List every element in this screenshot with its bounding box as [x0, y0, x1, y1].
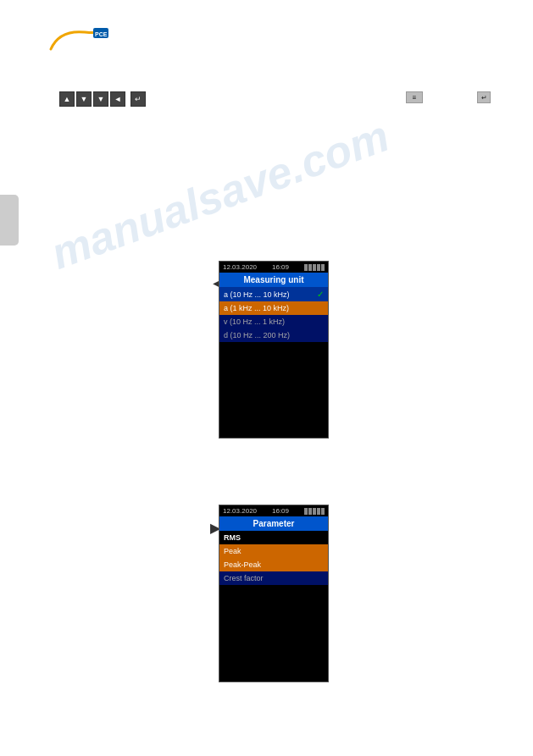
screen1-time: 16:09 — [272, 263, 289, 271]
checkmark-icon: ✓ — [317, 290, 324, 299]
nav-down-button-1[interactable]: ▼ — [76, 91, 92, 107]
nav-up-button[interactable]: ▲ — [59, 91, 75, 107]
screen1-item-2[interactable]: v (10 Hz ... 1 kHz) — [219, 315, 328, 328]
screen2-item-2[interactable]: Peak-Peak — [219, 558, 328, 571]
screen2-battery — [304, 508, 325, 515]
watermark: manualsave.com — [44, 110, 395, 279]
nav-enter-button[interactable]: ↵ — [130, 91, 146, 107]
left-tab — [0, 195, 19, 246]
screen2-topbar: 12.03.2020 16:09 — [219, 505, 328, 516]
device-screen-1: 12.03.2020 16:09 Measuring unit a (10 Hz… — [219, 261, 329, 439]
screen1-item-0[interactable]: a (10 Hz ... 10 kHz) ✓ — [219, 287, 328, 301]
screen1-item-1[interactable]: a (1 kHz ... 10 kHz) — [219, 301, 328, 315]
screen1-battery — [304, 264, 325, 271]
screen2-item-0[interactable]: RMS — [219, 531, 328, 544]
mini-button-2[interactable]: ↵ — [477, 91, 491, 103]
logo-area: PCE — [42, 25, 110, 58]
screen1-item-3[interactable]: d (10 Hz ... 200 Hz) — [219, 328, 328, 342]
nav-left-button[interactable]: ◄ — [110, 91, 125, 107]
screen1-topbar: 12.03.2020 16:09 — [219, 262, 328, 273]
mini-button-1[interactable]: ≡ — [406, 91, 423, 103]
screen2-date: 12.03.2020 — [223, 507, 257, 515]
screen2-item-3[interactable]: Crest factor — [219, 571, 328, 585]
svg-text:PCE: PCE — [95, 31, 108, 37]
device-screen-2: 12.03.2020 16:09 Parameter RMS Peak Peak… — [219, 505, 329, 682]
screen2-time: 16:09 — [272, 507, 289, 515]
screen2-item-1[interactable]: Peak — [219, 544, 328, 558]
logo-svg: PCE — [42, 25, 110, 55]
nav-row: ▲ ▼ ▼ ◄ ↵ — [59, 91, 146, 107]
nav-down-button-2[interactable]: ▼ — [93, 91, 108, 107]
screen1-title: Measuring unit — [219, 273, 328, 287]
screen1-date: 12.03.2020 — [223, 263, 257, 271]
screen2-title: Parameter — [219, 516, 328, 531]
